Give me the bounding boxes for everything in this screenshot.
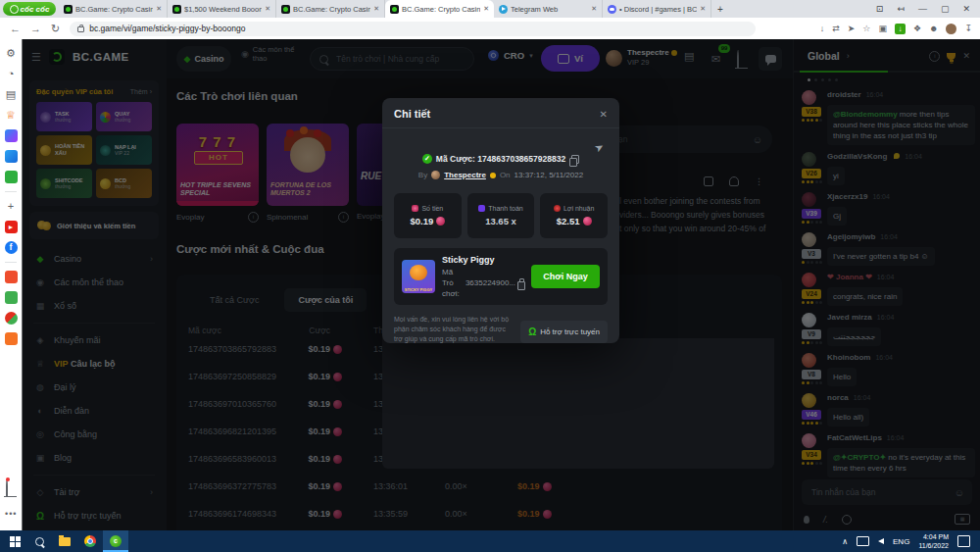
rail-more-menu[interactable]: •••: [5, 509, 17, 519]
modal-close-icon[interactable]: ✕: [600, 109, 608, 120]
live-support-button[interactable]: Ω Hỗ trợ trực tuyến: [520, 321, 608, 343]
bcgame-favicon: [281, 5, 290, 14]
messenger-icon[interactable]: [5, 129, 18, 142]
tab-close-icon[interactable]: ✕: [373, 5, 379, 13]
tab-close-icon[interactable]: ✕: [483, 5, 489, 13]
windows-taskbar: c ∧ ENG 4:04 PM 11/6/2022: [0, 530, 980, 552]
coccoc-ring-icon: [10, 5, 19, 14]
maximize-button[interactable]: ▢: [941, 4, 950, 14]
sticky-piggy-thumbnail[interactable]: STICKY PIGGY: [402, 260, 435, 293]
download-active-icon[interactable]: ↓: [895, 24, 906, 34]
network-icon[interactable]: [857, 536, 869, 546]
reload-button[interactable]: ↻: [51, 23, 60, 35]
snap-icon[interactable]: ↤: [897, 4, 905, 14]
bcgame-favicon: [390, 5, 399, 14]
tab-booongo[interactable]: $1,500 Weekend Booongo M✕: [168, 0, 276, 18]
taskbar-coccoc-active[interactable]: c: [103, 530, 128, 552]
extension-icon[interactable]: ❖: [913, 24, 921, 33]
tab-discord[interactable]: • Discord | #games | BC G✕: [603, 0, 711, 18]
piggy-art: [410, 265, 427, 280]
stat-amount: Số tiền $0.19: [394, 193, 462, 238]
rail-divider: [5, 191, 17, 192]
reading-list-icon[interactable]: ▤: [5, 88, 18, 101]
screen: cốc cốc BC.Game: Crypto Casino Ga✕ $1,50…: [0, 0, 980, 552]
coccoc-logo[interactable]: cốc cốc: [3, 2, 56, 16]
tab-close-icon[interactable]: ✕: [700, 5, 706, 13]
address-bar[interactable]: bc.game/vi/game/sticky-piggy-by-booongo: [70, 22, 756, 36]
adblock-shield-icon[interactable]: ▣: [878, 24, 887, 33]
tab-close-icon[interactable]: ✕: [265, 5, 270, 13]
gamepad-icon[interactable]: [5, 171, 18, 183]
browser-toolbar: ← → ↻ bc.game/vi/game/sticky-piggy-by-bo…: [0, 18, 980, 40]
minimize-button[interactable]: —: [918, 4, 927, 14]
bet-stats: Số tiền $0.19 Thanh toán 13.65 x Lợi nhu…: [394, 193, 608, 238]
lazada-cart-icon[interactable]: [5, 332, 18, 345]
watermelon-icon[interactable]: [5, 312, 18, 325]
tab-search-icon[interactable]: ⊡: [876, 4, 884, 14]
settings-gear-icon[interactable]: ⚙: [5, 47, 18, 60]
back-button[interactable]: ←: [10, 23, 21, 34]
youtube-icon[interactable]: ►: [5, 221, 18, 233]
game-id-row: Mã Trò chơi: 3635224900...: [442, 267, 524, 300]
bcd-gem-icon: [583, 217, 592, 226]
toolbar-actions: ↓ ⇄ ➤ ☆ ▣ ↓ ❖ ☻ ↧: [820, 24, 980, 34]
bet-author-row: By Thespectre On 13:37:12, 5/11/2022: [382, 171, 619, 179]
zalo-icon[interactable]: [5, 150, 18, 163]
taskbar-clock[interactable]: 4:04 PM 11/6/2022: [918, 532, 949, 551]
bcgame-favicon: [64, 5, 73, 14]
action-center-icon[interactable]: [957, 535, 970, 547]
lock-icon: [77, 26, 84, 32]
telegram-favicon: [499, 5, 508, 14]
copy-icon[interactable]: [519, 278, 524, 287]
tab-bcgame-active[interactable]: BC.Game: Crypto Casino Ga✕: [385, 0, 494, 18]
copy-icon[interactable]: [571, 155, 579, 164]
translate-icon[interactable]: ⇄: [832, 24, 840, 33]
volume-icon[interactable]: [878, 538, 884, 544]
taskbar-explorer[interactable]: [52, 530, 77, 552]
taskbar-search[interactable]: [26, 530, 52, 552]
play-now-button[interactable]: Chơi Ngay: [531, 265, 600, 288]
save-page-icon[interactable]: ↓: [820, 24, 825, 33]
close-window-button[interactable]: ✕: [962, 4, 970, 14]
tab-close-icon[interactable]: ✕: [591, 5, 597, 13]
medal-icon: [490, 173, 496, 178]
stat-payout: Thanh toán 13.65 x: [467, 193, 535, 238]
language-indicator[interactable]: ENG: [893, 537, 909, 546]
bet-author-link[interactable]: Thespectre: [444, 171, 486, 179]
downloads-icon[interactable]: ↧: [964, 24, 972, 33]
stat-profit: Lợi nhuận $2.51: [540, 193, 608, 238]
add-shortcut-button[interactable]: +: [5, 200, 18, 213]
shopee-icon[interactable]: [5, 271, 18, 283]
amount-icon: [412, 205, 418, 212]
history-clock-icon[interactable]: ◔: [5, 68, 18, 80]
bet-details-modal: Chi tiết ✕ ➤ ✓ Mã Cược: 1748637038657928…: [382, 98, 619, 343]
crown-hot-icon[interactable]: ♕: [5, 109, 18, 122]
browser-avatar[interactable]: [946, 24, 956, 34]
bcd-gem-icon: [436, 217, 445, 226]
share-icon[interactable]: ➤: [848, 24, 856, 33]
notification-dot: [6, 477, 10, 481]
tab-telegram[interactable]: Telegram Web✕: [494, 0, 603, 18]
modal-game-card: STICKY PIGGY Sticky Piggy Mã Trò chơi: 3…: [394, 248, 608, 305]
forward-button[interactable]: →: [30, 23, 41, 34]
taskbar-chrome[interactable]: [77, 530, 103, 552]
tab-bcgame-2[interactable]: BC.Game: Crypto Casino Ga✕: [276, 0, 385, 18]
tab-close-icon[interactable]: ✕: [156, 5, 162, 13]
chrome-icon: [84, 535, 96, 547]
profile-badge-icon[interactable]: ☻: [929, 24, 938, 33]
notification-bell[interactable]: [6, 479, 8, 497]
discord-favicon: [608, 5, 616, 14]
facebook-icon[interactable]: f: [5, 241, 18, 254]
system-tray: ∧ ENG 4:04 PM 11/6/2022: [842, 532, 980, 551]
hidden-icons-chevron[interactable]: ∧: [842, 537, 848, 546]
tab-bcgame-1[interactable]: BC.Game: Crypto Casino Ga✕: [59, 0, 168, 18]
payout-icon: [478, 205, 485, 212]
bookmark-star-icon[interactable]: ☆: [862, 24, 870, 33]
shop-green-icon[interactable]: [5, 291, 18, 304]
url-text[interactable]: bc.game/vi/game/sticky-piggy-by-booongo: [89, 24, 245, 33]
window-controls: ⊡ ↤ — ▢ ✕: [876, 4, 980, 14]
start-button[interactable]: [10, 536, 21, 547]
game-title: Sticky Piggy: [442, 254, 524, 267]
new-tab-button[interactable]: +: [717, 4, 723, 15]
browser-tab-bar: cốc cốc BC.Game: Crypto Casino Ga✕ $1,50…: [0, 0, 980, 18]
